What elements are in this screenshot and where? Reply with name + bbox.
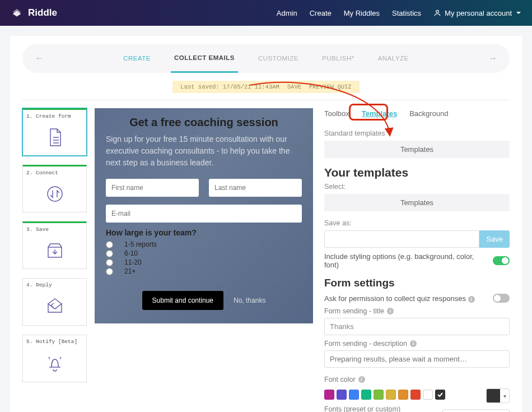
nav-my-riddles[interactable]: My Riddles [344, 9, 380, 17]
tab-toolbox[interactable]: Toolbox [324, 109, 349, 119]
svg-point-4 [48, 187, 62, 201]
sidebar-item-create-form[interactable]: 1. Create form [22, 108, 87, 156]
permission-toggle[interactable] [493, 294, 510, 303]
workflow-stepper: ← CREATE COLLECT EMAILS CUSTOMIZE PUBLIS… [22, 44, 510, 73]
form-settings-heading: Form settings [324, 277, 510, 289]
sending-desc-label: Form sending - description [324, 340, 407, 348]
color-swatch[interactable] [386, 390, 396, 400]
nav-create[interactable]: Create [310, 9, 332, 17]
save-template-button[interactable]: Save [479, 230, 510, 248]
your-templates-dropdown[interactable]: Templates [324, 194, 510, 211]
step-analyze[interactable]: ANALYZE [375, 45, 412, 72]
tab-background[interactable]: Background [409, 109, 448, 119]
standard-templates-label: Standard templates [324, 129, 510, 137]
step-collect-emails[interactable]: COLLECT EMAILS [171, 44, 238, 73]
option-3[interactable]: 11-20 [106, 258, 302, 266]
info-icon[interactable]: i [358, 376, 365, 383]
font-color-swatches [324, 390, 445, 400]
color-swatch[interactable] [324, 390, 334, 400]
chevron-down-icon: ▾ [500, 393, 509, 399]
right-tabs: Toolbox Templates Background [324, 109, 510, 119]
riddle-logo-icon [11, 7, 24, 19]
color-swatch[interactable] [423, 390, 433, 400]
sending-title-label: Form sending - title [324, 307, 384, 315]
user-icon [433, 9, 441, 17]
svg-point-0 [436, 10, 439, 13]
right-panel: Toolbox Templates Background Standard te… [321, 108, 510, 412]
stepper-prev[interactable]: ← [35, 53, 44, 63]
nav-admin[interactable]: Admin [277, 9, 297, 17]
team-size-question: How large is your team? [106, 228, 302, 237]
form-steps-sidebar: 1. Create form 2. Connect 3. Save 4. Rep… [22, 108, 87, 382]
autosave-bar: Last saved: 17/05/21 11:43AM SAVE PREVIE… [172, 81, 359, 93]
submit-button[interactable]: Submit and continue [142, 291, 223, 310]
step-create[interactable]: CREATE [120, 45, 154, 72]
permission-label: Ask for permission to collect quiz respo… [324, 294, 475, 303]
color-swatch[interactable] [410, 390, 421, 400]
info-icon[interactable]: i [410, 340, 417, 347]
option-2[interactable]: 6-10 [106, 249, 302, 257]
stepper-next[interactable]: → [488, 53, 497, 63]
font-color-label: Font color [324, 376, 356, 383]
save-as-label: Save as: [324, 219, 510, 227]
no-thanks-button[interactable]: No, thanks [234, 297, 265, 304]
box-download-icon [26, 236, 83, 265]
color-swatch[interactable] [337, 390, 347, 400]
info-icon[interactable]: i [468, 296, 475, 303]
last-saved-text: Last saved: 17/05/21 11:43AM [180, 84, 279, 90]
step-customize[interactable]: CUSTOMIZE [255, 45, 302, 72]
first-name-input[interactable] [106, 179, 199, 197]
email-input[interactable] [106, 205, 302, 223]
preview-subtext: Sign up for your free 15 minute consulta… [106, 133, 302, 169]
save-button[interactable]: SAVE [287, 84, 301, 90]
sidebar-item-notify[interactable]: 5. Notify [Beta] [22, 335, 87, 382]
brand-name: Riddle [28, 7, 57, 18]
nav-statistics[interactable]: Statistics [392, 9, 421, 17]
font-select[interactable]: Lato [442, 409, 510, 413]
editor-container: ← CREATE COLLECT EMAILS CUSTOMIZE PUBLIS… [10, 36, 522, 412]
account-menu[interactable]: My personal account [433, 9, 521, 17]
tab-templates[interactable]: Templates [362, 109, 397, 119]
select-label: Select: [324, 183, 510, 191]
form-preview: Get a free coaching session Sign up for … [95, 108, 313, 323]
color-swatch[interactable] [374, 390, 384, 400]
color-picker[interactable]: ▾ [486, 388, 510, 403]
document-icon [26, 123, 83, 152]
sync-icon [26, 179, 83, 209]
save-as-input[interactable] [324, 230, 479, 248]
sending-desc-input[interactable] [324, 350, 510, 368]
color-swatch[interactable] [398, 390, 408, 400]
last-name-input[interactable] [209, 179, 302, 197]
envelope-reply-icon [26, 291, 83, 321]
sidebar-item-save[interactable]: 3. Save [22, 221, 87, 269]
info-icon[interactable]: i [387, 308, 394, 314]
bell-icon [26, 348, 83, 377]
preview-quiz-button[interactable]: PREVIEW QUIZ [309, 84, 352, 90]
include-styling-toggle[interactable] [493, 256, 510, 265]
top-navbar: Riddle Admin Create My Riddles Statistic… [0, 0, 532, 26]
preview-headline: Get a free coaching session [106, 116, 302, 129]
color-swatch[interactable] [349, 390, 359, 400]
option-1[interactable]: 1-5 reports [106, 240, 302, 248]
sending-title-input[interactable] [324, 318, 510, 335]
fonts-label: Fonts (preset or custom) [324, 405, 400, 412]
your-templates-heading: Your templates [324, 166, 510, 179]
current-color-preview [487, 389, 500, 402]
sidebar-item-connect[interactable]: 2. Connect [22, 165, 87, 212]
color-swatch[interactable] [435, 390, 445, 400]
include-styling-label: Include styling options (e.g. background… [324, 252, 486, 269]
sidebar-item-reply[interactable]: 4. Reply [22, 278, 87, 326]
standard-templates-dropdown[interactable]: Templates [324, 141, 510, 158]
option-4[interactable]: 21+ [106, 267, 302, 275]
step-publish[interactable]: PUBLISH* [319, 45, 358, 72]
brand-logo[interactable]: Riddle [11, 7, 57, 19]
chevron-down-icon [516, 12, 521, 14]
color-swatch[interactable] [361, 390, 371, 400]
